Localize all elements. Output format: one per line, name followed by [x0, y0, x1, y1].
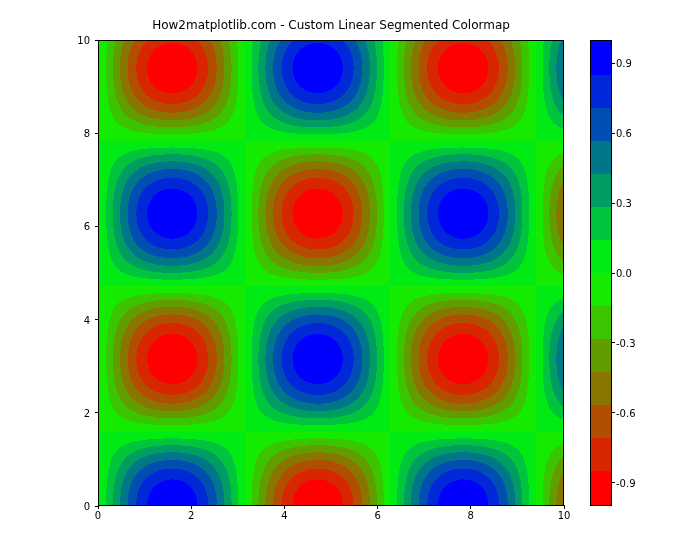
y-tick-label: 6 — [84, 221, 90, 232]
x-tickmark — [564, 505, 565, 509]
colorbar-tick-label: 0.9 — [616, 58, 632, 69]
colorbar-tickmark — [611, 342, 615, 343]
y-tick-label: 4 — [84, 314, 90, 325]
colorbar-gradient — [591, 41, 611, 505]
colorbar-tickmark — [611, 412, 615, 413]
colorbar-tick-label: -0.3 — [616, 337, 636, 348]
colorbar-tickmark — [611, 63, 615, 64]
y-tickmark — [95, 226, 99, 227]
heatmap-surface — [99, 41, 563, 505]
y-tickmark — [95, 412, 99, 413]
x-tick-label: 6 — [374, 510, 380, 521]
y-tick-label: 2 — [84, 407, 90, 418]
y-tickmark — [95, 506, 99, 507]
y-tick-label: 8 — [84, 128, 90, 139]
y-tick-label: 0 — [84, 501, 90, 512]
colorbar-tick-label: 0.0 — [616, 268, 632, 279]
x-tickmark — [470, 505, 471, 509]
x-tick-label: 10 — [558, 510, 571, 521]
colorbar — [590, 40, 612, 506]
y-tick-label: 10 — [77, 35, 90, 46]
x-tick-label: 2 — [188, 510, 194, 521]
colorbar-tickmark — [611, 203, 615, 204]
chart-title: How2matplotlib.com - Custom Linear Segme… — [98, 18, 564, 32]
colorbar-tick-label: 0.6 — [616, 128, 632, 139]
x-tickmark — [284, 505, 285, 509]
x-tick-label: 8 — [468, 510, 474, 521]
colorbar-tick-label: 0.3 — [616, 198, 632, 209]
y-tickmark — [95, 133, 99, 134]
x-tick-label: 4 — [281, 510, 287, 521]
colorbar-tick-label: -0.6 — [616, 407, 636, 418]
x-tickmark — [191, 505, 192, 509]
colorbar-tickmark — [611, 133, 615, 134]
y-tickmark — [95, 40, 99, 41]
y-tickmark — [95, 319, 99, 320]
colorbar-tickmark — [611, 482, 615, 483]
x-tick-label: 0 — [95, 510, 101, 521]
colorbar-tick-label: -0.9 — [616, 477, 636, 488]
colorbar-tickmark — [611, 273, 615, 274]
heatmap-axes — [98, 40, 564, 506]
x-tickmark — [377, 505, 378, 509]
figure: How2matplotlib.com - Custom Linear Segme… — [0, 0, 700, 560]
